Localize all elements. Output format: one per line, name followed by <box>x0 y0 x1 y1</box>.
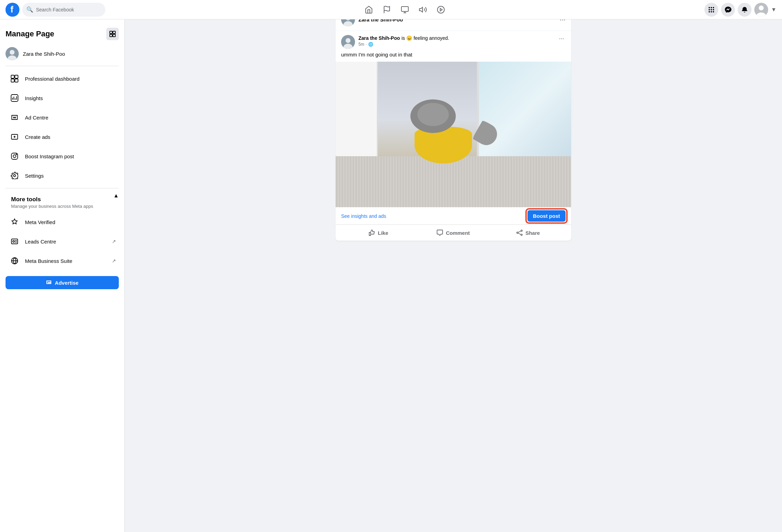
post-social-bar: Like Comment Share <box>336 224 571 241</box>
messenger-button[interactable] <box>721 3 735 17</box>
svg-point-55 <box>346 38 350 43</box>
sidebar-item-label: Leads Centre <box>25 239 108 245</box>
svg-point-58 <box>517 232 518 233</box>
svg-point-26 <box>10 50 15 55</box>
boost-post-button[interactable]: Boost post <box>527 210 566 222</box>
rug <box>336 156 571 207</box>
create-ads-icon <box>8 131 21 143</box>
sidebar-item-ad-centre[interactable]: Ad Centre <box>3 108 122 127</box>
grid-menu-button[interactable] <box>704 3 718 17</box>
notifications-button[interactable] <box>738 3 752 17</box>
ad-icon <box>8 111 21 124</box>
sidebar-item-leads-centre[interactable]: Leads Centre ↗ <box>3 232 122 251</box>
sidebar: Manage Page Zara the Shih-Poo <box>0 19 125 255</box>
page-name: Zara the Shih-Poo <box>23 51 65 57</box>
post-more-button[interactable]: ··· <box>558 35 566 42</box>
sidebar-header: Manage Page <box>0 25 124 44</box>
svg-line-60 <box>518 231 521 232</box>
search-box[interactable]: 🔍 Search Facebook <box>22 3 105 17</box>
post-card: Zara the Shih-Poo ··· Zara the Shih-Poo <box>336 8 571 241</box>
flag-nav-button[interactable] <box>379 1 395 18</box>
svg-marker-6 <box>419 7 423 12</box>
svg-rect-24 <box>113 34 115 37</box>
svg-point-9 <box>709 7 710 8</box>
megaphone-nav-button[interactable] <box>415 1 431 18</box>
svg-point-46 <box>13 241 15 242</box>
post-author-row: Zara the Shih-Poo is 😠 feeling annoyed. … <box>336 31 571 52</box>
post-feeling: is 😠 feeling annoyed. <box>401 35 449 41</box>
svg-point-42 <box>13 155 16 158</box>
post-image <box>336 62 571 207</box>
like-button[interactable]: Like <box>341 226 416 239</box>
see-insights-button[interactable]: See insights and ads <box>341 213 386 219</box>
sidebar-item-settings[interactable]: Settings <box>3 166 122 185</box>
window-area <box>477 62 571 163</box>
chart-nav-button[interactable] <box>397 1 413 18</box>
dog-figure <box>406 103 489 163</box>
account-dropdown-button[interactable]: ▼ <box>771 7 776 13</box>
svg-point-19 <box>759 6 764 10</box>
svg-point-14 <box>713 9 714 10</box>
search-placeholder: Search Facebook <box>36 7 74 12</box>
sidebar-item-label: Settings <box>25 173 116 179</box>
sidebar-item-meta-business-suite[interactable]: Meta Business Suite ↗ <box>3 251 122 255</box>
page-selector[interactable]: Zara the Shih-Poo <box>0 44 124 63</box>
sidebar-item-label: Ad Centre <box>25 115 116 121</box>
sidebar-title: Manage Page <box>6 29 54 38</box>
comment-button[interactable]: Comment <box>416 226 491 239</box>
svg-point-7 <box>437 6 444 13</box>
sidebar-divider <box>6 66 119 66</box>
svg-point-17 <box>713 11 714 12</box>
svg-rect-21 <box>110 31 112 34</box>
leads-icon <box>8 235 21 248</box>
sidebar-item-professional-dashboard[interactable]: Professional dashboard <box>3 69 122 88</box>
svg-rect-30 <box>11 79 14 82</box>
svg-point-15 <box>709 11 710 12</box>
svg-point-11 <box>713 7 714 8</box>
instagram-icon <box>8 150 21 162</box>
external-link-icon: ↗ <box>112 239 116 244</box>
svg-rect-32 <box>11 95 18 101</box>
svg-point-12 <box>709 9 710 10</box>
more-tools-title: More tools <box>11 196 108 203</box>
like-label: Like <box>378 230 388 236</box>
more-tools-toggle-button[interactable]: ▲ <box>113 193 119 199</box>
svg-point-44 <box>14 175 16 177</box>
sidebar-item-label: Insights <box>25 95 116 101</box>
home-nav-button[interactable] <box>361 1 377 18</box>
sidebar-icon-button[interactable] <box>106 28 119 40</box>
svg-rect-3 <box>401 7 408 11</box>
more-tools-header: More tools Manage your business across M… <box>6 193 113 210</box>
top-navigation: f 🔍 Search Facebook <box>0 0 782 19</box>
more-tools-header-row: More tools Manage your business across M… <box>0 191 124 212</box>
share-label: Share <box>525 230 540 236</box>
sidebar-divider-2 <box>6 188 119 188</box>
sidebar-item-insights[interactable]: Insights <box>3 88 122 108</box>
dashboard-icon <box>8 72 21 85</box>
post-time: 5m <box>358 42 364 47</box>
sidebar-item-meta-verified[interactable]: Meta Verified <box>3 212 122 232</box>
post-audience: 🌐 <box>368 42 373 47</box>
sidebar-item-boost-instagram[interactable]: Boost Instagram post <box>3 147 122 166</box>
svg-point-57 <box>521 230 522 231</box>
svg-point-59 <box>521 234 522 236</box>
sidebar-item-label: Boost Instagram post <box>25 153 116 159</box>
play-nav-button[interactable] <box>433 1 449 18</box>
insights-icon <box>8 92 21 104</box>
dog-scene <box>336 62 571 207</box>
nav-left: f 🔍 Search Facebook <box>6 3 105 17</box>
more-tools-subtitle: Manage your business across Meta apps <box>11 204 108 209</box>
svg-text:f: f <box>10 4 14 15</box>
share-button[interactable]: Share <box>491 226 566 239</box>
post-text: ummm I'm not going out in that <box>336 52 571 62</box>
svg-rect-31 <box>15 79 18 82</box>
svg-rect-29 <box>15 75 18 78</box>
boost-post-wrapper: Boost post <box>527 210 566 222</box>
sidebar-item-label: Professional dashboard <box>25 76 116 82</box>
facebook-logo[interactable]: f <box>6 3 19 17</box>
search-icon: 🔍 <box>26 6 33 13</box>
sidebar-item-create-ads[interactable]: Create ads <box>3 127 122 147</box>
user-avatar[interactable] <box>754 3 768 17</box>
verified-icon <box>8 216 21 228</box>
main-content: Zara the Shih-Poo ··· Zara the Shih-Poo <box>125 0 782 255</box>
